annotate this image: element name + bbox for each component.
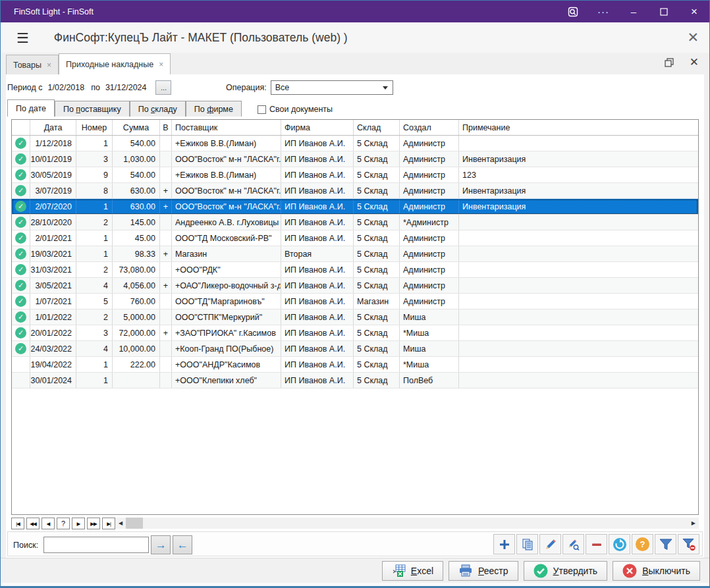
col-supplier[interactable]: Поставщик — [172, 120, 281, 135]
fast-back-button[interactable]: ◀◀ — [26, 518, 40, 529]
filter-button[interactable] — [655, 534, 676, 554]
col-number[interactable]: Номер — [76, 120, 113, 135]
period-picker-button[interactable]: ... — [155, 80, 171, 95]
prev-page-button[interactable]: ◀ — [41, 518, 55, 529]
cell-supplier: ООО"СТПК"Меркурий" — [172, 309, 281, 325]
cell-status — [12, 373, 30, 388]
edit-view-button[interactable] — [562, 534, 584, 554]
table-row[interactable]: ✓31/03/2021273,080.00+ООО"РДК"ИП Иванов … — [12, 262, 698, 278]
view-tab-by-supplier[interactable]: По поставщику — [55, 101, 130, 117]
search-prev-button[interactable]: ← — [173, 535, 192, 554]
refresh-button[interactable] — [609, 534, 630, 554]
shutdown-button[interactable]: Выключить — [613, 561, 700, 581]
table-row[interactable]: 30/01/20241+ООО"Клепики хлеб"ИП Иванов А… — [12, 373, 698, 388]
cell-note — [459, 278, 698, 293]
col-flag[interactable]: В — [160, 120, 172, 135]
cell-flag — [160, 357, 172, 372]
edit-button[interactable] — [539, 534, 561, 554]
table-row[interactable]: ✓2/07/20201630.00+ООО"Восток" м-н "ЛАСКА… — [12, 199, 698, 215]
cell-supplier: +ОАО"Ликеро-водочный з-д — [172, 278, 281, 293]
fast-forward-button[interactable]: ▶▶ — [87, 518, 100, 529]
close-window-button[interactable]: × — [679, 1, 709, 22]
scroll-right-icon[interactable]: ▶ — [688, 520, 699, 526]
tab-close-icon[interactable]: × — [159, 60, 163, 69]
table-row[interactable]: ✓20/01/2022372,000.00++ЗАО"ПРИОКА" г.Кас… — [12, 325, 698, 341]
register-print-button[interactable]: Реестр — [449, 561, 518, 581]
locate-button[interactable]: ? — [57, 518, 70, 529]
table-row[interactable]: ✓28/10/20202145.00Андреенко А.В. г.Лухов… — [12, 215, 698, 230]
col-warehouse[interactable]: Склад — [354, 120, 400, 135]
approved-check-icon: ✓ — [15, 296, 26, 307]
titlebar-search-button[interactable] — [558, 1, 588, 22]
col-status[interactable] — [12, 120, 30, 135]
cell-status: ✓ — [12, 167, 30, 182]
table-row[interactable]: ✓2/01/2021145.00ООО"ТД Московский-РВ"ИП … — [12, 230, 698, 246]
first-page-button[interactable]: |◀ — [11, 518, 24, 529]
period-to-field[interactable]: 31/12/2024 — [105, 83, 147, 92]
col-date[interactable]: Дата — [30, 120, 76, 135]
filter-clear-button[interactable] — [678, 534, 699, 554]
tab-goods[interactable]: Товары × — [6, 55, 59, 74]
table-row[interactable]: ✓10/01/201931,030.00ООО"Восток" м-н "ЛАС… — [12, 151, 698, 167]
cell-status: ✓ — [12, 215, 30, 230]
period-from-field[interactable]: 1/02/2018 — [48, 83, 85, 92]
operation-select[interactable]: Все — [271, 80, 393, 95]
col-sum[interactable]: Сумма — [113, 120, 160, 135]
approved-check-icon: ✓ — [15, 185, 26, 196]
cell-firm: ИП Иванов А.И. — [281, 183, 354, 198]
restore-pane-icon[interactable] — [665, 58, 674, 67]
scroll-left-icon[interactable]: ◀ — [115, 520, 126, 526]
next-page-button[interactable]: ▶ — [72, 518, 85, 529]
check-circle-icon — [533, 564, 548, 578]
approve-button[interactable]: Утвердить — [524, 561, 608, 581]
table-row[interactable]: ✓19/03/2021198.33+МагазинВторая5 СкладАд… — [12, 246, 698, 262]
search-input[interactable] — [43, 537, 149, 553]
cell-warehouse: 5 Склад — [354, 151, 400, 167]
hamburger-menu-icon[interactable]: ☰ — [16, 31, 29, 45]
approved-check-icon: ✓ — [15, 327, 26, 338]
table-row[interactable]: ✓3/07/20198630.00+ООО"Восток" м-н "ЛАСКА… — [12, 183, 698, 199]
col-creator[interactable]: Создал — [400, 120, 459, 135]
copy-button[interactable] — [516, 534, 538, 554]
arrow-right-icon: → — [155, 539, 167, 552]
search-next-button[interactable]: → — [151, 535, 171, 554]
help-button[interactable]: ? — [632, 534, 653, 554]
cell-firm: ИП Иванов А.И. — [281, 278, 354, 293]
table-row[interactable]: ✓3/05/202144,056.00++ОАО"Ликеро-водочный… — [12, 278, 698, 294]
view-tab-by-warehouse[interactable]: По складу — [130, 101, 186, 117]
cell-flag: + — [160, 325, 172, 340]
add-button[interactable] — [493, 534, 515, 554]
excel-button[interactable]: Excel — [382, 561, 443, 581]
minimize-button[interactable]: – — [618, 1, 649, 22]
cell-sum: 540.00 — [113, 167, 160, 182]
approved-check-icon: ✓ — [15, 248, 26, 259]
cell-status: ✓ — [12, 278, 30, 293]
close-tab-pane-icon[interactable]: ✕ — [690, 55, 699, 69]
table-row[interactable]: ✓30/05/20199540.00+Ежиков В.В.(Лиман)ИП … — [12, 167, 698, 183]
cell-date: 19/03/2021 — [30, 246, 76, 261]
horizontal-scrollbar[interactable]: ◀ ▶ — [115, 518, 699, 529]
maximize-button[interactable] — [649, 1, 679, 22]
cell-date: 3/05/2021 — [30, 278, 76, 293]
table-header: Дата Номер Сумма В Поставщик Фирма Склад… — [12, 120, 698, 136]
tab-close-icon[interactable]: × — [47, 61, 51, 70]
app-close-icon[interactable]: ✕ — [687, 30, 699, 45]
view-tab-by-date[interactable]: По дате — [7, 99, 55, 117]
col-note[interactable]: Примечание — [459, 120, 698, 135]
period-label: Период с — [7, 83, 43, 92]
table-row[interactable]: 19/04/20221222.00+ООО"АНДР"КасимовИП Ива… — [12, 357, 698, 373]
titlebar-more-button[interactable]: ··· — [588, 1, 618, 22]
delete-button[interactable] — [586, 534, 607, 554]
last-page-button[interactable]: ▶| — [102, 518, 115, 529]
table-row[interactable]: ✓1/07/20215760.00ООО"ТД"Маргариновъ"ИП И… — [12, 294, 698, 309]
view-tab-by-firm[interactable]: По фирме — [186, 101, 242, 117]
cell-firm: ИП Иванов А.И. — [281, 294, 354, 309]
table-row[interactable]: ✓24/03/2022410,000.00+Кооп-Гранд ПО(Рыбн… — [12, 341, 698, 357]
own-documents-checkbox[interactable]: Свои документы — [258, 105, 333, 114]
tab-incoming-invoices[interactable]: Приходные накладные × — [59, 53, 171, 74]
cell-sum: 5,000.00 — [113, 309, 160, 325]
scrollbar-thumb[interactable] — [126, 518, 143, 529]
table-row[interactable]: ✓1/01/202225,000.00ООО"СТПК"Меркурий"ИП … — [12, 309, 698, 325]
table-row[interactable]: ✓1/12/20181540.00+Ежиков В.В.(Лиман)ИП И… — [12, 136, 698, 151]
col-firm[interactable]: Фирма — [281, 120, 354, 135]
